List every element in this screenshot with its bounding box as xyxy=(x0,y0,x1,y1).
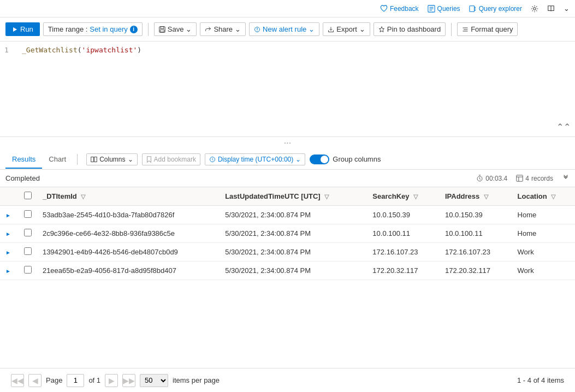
filter-ipaddress-icon[interactable]: ▽ xyxy=(484,193,488,200)
row-checkbox[interactable] xyxy=(24,210,32,218)
group-columns-toggle[interactable]: Group columns xyxy=(310,155,381,164)
col-header-location: Location ▽ xyxy=(512,187,575,206)
row-expand-icon[interactable]: ► xyxy=(5,212,11,218)
time-range-label: Time range : xyxy=(48,25,88,33)
save-button[interactable]: Save ⌄ xyxy=(154,22,197,36)
share-button[interactable]: Share ⌄ xyxy=(200,22,246,36)
export-chevron[interactable]: ⌄ xyxy=(359,25,365,33)
row-checkbox-cell xyxy=(19,262,37,280)
info-icon: i xyxy=(130,26,138,33)
book-icon-button[interactable] xyxy=(547,5,555,13)
columns-button[interactable]: Columns ⌄ xyxy=(86,153,137,165)
per-page-select[interactable]: 50 100 200 xyxy=(140,374,168,387)
row-checkbox-cell xyxy=(19,243,37,262)
filter-searchkey-icon[interactable]: ▽ xyxy=(413,193,418,200)
col-ipaddress-label: IPAddress xyxy=(445,192,479,200)
new-alert-rule-label: New alert rule xyxy=(263,25,306,33)
time-range-button[interactable]: Time range : Set in query i xyxy=(43,22,143,36)
svg-rect-4 xyxy=(470,5,475,11)
share-icon xyxy=(205,26,211,33)
row-ipaddress: 172.16.107.23 xyxy=(440,243,512,262)
alert-chevron[interactable]: ⌄ xyxy=(309,25,315,33)
row-checkbox[interactable] xyxy=(24,266,32,274)
header-checkbox[interactable] xyxy=(24,192,32,199)
feedback-button[interactable]: Feedback xyxy=(380,5,419,13)
row-checkbox[interactable] xyxy=(24,229,32,236)
top-bar: Feedback Queries Query explorer ⌄ xyxy=(0,0,575,17)
format-query-button[interactable]: Format query xyxy=(457,22,518,36)
row-searchkey: 172.20.32.117 xyxy=(367,262,440,280)
row-lastupdated: 5/30/2021, 2:34:00.874 PM xyxy=(220,206,367,224)
queries-button[interactable]: Queries xyxy=(428,5,460,13)
table-row: ► 13942901-e4b9-4426-b546-deb4807cb0d9 5… xyxy=(0,243,575,262)
save-chevron[interactable]: ⌄ xyxy=(186,25,192,33)
columns-label: Columns xyxy=(99,156,125,163)
code-paren-close: ) xyxy=(137,46,141,54)
run-button[interactable]: Run xyxy=(5,22,40,36)
query-editor[interactable]: 1 _GetWatchlist('ipwatchlist') ⌃⌃ xyxy=(0,41,575,137)
row-expand-icon[interactable]: ► xyxy=(5,268,11,274)
filter-location-icon[interactable]: ▽ xyxy=(551,193,555,200)
group-columns-label: Group columns xyxy=(333,155,381,163)
editor-line-1: 1 _GetWatchlist('ipwatchlist') xyxy=(0,46,575,54)
page-range-info: 1 - 4 of 4 items xyxy=(517,376,564,384)
row-ipaddress: 172.20.32.117 xyxy=(440,262,512,280)
table-row: ► 21eea65b-e2a9-4056-817d-a8d95f8bd407 5… xyxy=(0,262,575,280)
toolbar-divider-2 xyxy=(451,23,452,36)
page-input[interactable] xyxy=(67,374,84,387)
pin-to-dashboard-button[interactable]: Pin to dashboard xyxy=(374,22,446,36)
export-button[interactable]: Export ⌄ xyxy=(323,22,370,36)
status-bar: Completed 00:03.4 4 records xyxy=(0,170,575,187)
col-header-lastupdated: LastUpdatedTimeUTC [UTC] ▽ xyxy=(220,187,367,206)
row-lastupdated: 5/30/2021, 2:34:00.874 PM xyxy=(220,243,367,262)
collapse-button[interactable]: ⌃⌃ xyxy=(556,122,571,132)
share-chevron[interactable]: ⌄ xyxy=(235,25,241,33)
row-checkbox[interactable] xyxy=(24,247,32,255)
results-table: _DTItemId ▽ LastUpdatedTimeUTC [UTC] ▽ S… xyxy=(0,187,575,280)
row-expand-cell: ► xyxy=(0,224,19,243)
tab-results[interactable]: Results xyxy=(5,151,42,169)
tab-divider xyxy=(77,154,78,165)
new-alert-rule-button[interactable]: New alert rule ⌄ xyxy=(249,22,319,36)
add-bookmark-button[interactable]: Add bookmark xyxy=(142,153,200,165)
pin-icon xyxy=(378,26,385,33)
columns-chevron[interactable]: ⌄ xyxy=(128,156,133,163)
toggle-switch[interactable] xyxy=(310,155,329,164)
clock-icon xyxy=(209,156,216,163)
last-page-button[interactable]: ▶▶ xyxy=(122,374,135,387)
tab-chart[interactable]: Chart xyxy=(42,151,73,169)
row-id: 2c9c396e-ce66-4e32-8bb8-936fa9386c5e xyxy=(37,224,220,243)
page-label: Page xyxy=(46,376,62,384)
svg-point-5 xyxy=(533,7,536,9)
row-location: Work xyxy=(512,262,575,280)
chevron-down-icon[interactable]: ⌄ xyxy=(564,4,570,13)
row-ipaddress: 10.0.150.39 xyxy=(440,206,512,224)
row-id: 13942901-e4b9-4426-b546-deb4807cb0d9 xyxy=(37,243,220,262)
table-body: ► 53adb3ae-2545-4d10-b3da-7fab80d7826f 5… xyxy=(0,206,575,280)
tab-chart-label: Chart xyxy=(49,155,66,163)
filter-dtitemid-icon[interactable]: ▽ xyxy=(81,193,85,200)
pin-to-dashboard-label: Pin to dashboard xyxy=(387,25,441,33)
display-time-button[interactable]: Display time (UTC+00:00) ⌄ xyxy=(205,153,305,165)
expand-icon xyxy=(562,174,570,181)
records-count: 4 xyxy=(525,175,529,182)
row-expand-cell: ► xyxy=(0,206,19,224)
query-explorer-button[interactable]: Query explorer xyxy=(469,5,522,13)
toolbar-divider-1 xyxy=(148,23,149,36)
svg-point-12 xyxy=(257,31,257,31)
svg-rect-17 xyxy=(94,157,97,162)
first-page-button[interactable]: ◀◀ xyxy=(11,374,24,387)
row-location: Home xyxy=(512,224,575,243)
col-header-expand xyxy=(0,187,19,206)
settings-button[interactable] xyxy=(531,5,538,13)
expand-button[interactable] xyxy=(562,174,570,183)
display-time-chevron[interactable]: ⌄ xyxy=(295,156,301,163)
run-label: Run xyxy=(20,25,33,33)
prev-page-button[interactable]: ◀ xyxy=(28,374,42,387)
row-expand-icon[interactable]: ► xyxy=(5,250,11,256)
row-expand-icon[interactable]: ► xyxy=(5,231,11,237)
next-page-button[interactable]: ▶ xyxy=(105,374,118,387)
filter-lastupdated-icon[interactable]: ▽ xyxy=(324,193,329,200)
heart-icon xyxy=(380,5,388,13)
row-expand-cell: ► xyxy=(0,262,19,280)
